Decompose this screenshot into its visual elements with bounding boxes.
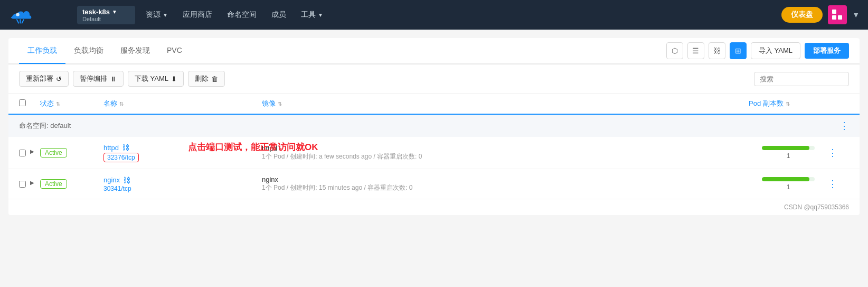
download-yaml-button[interactable]: 下载 YAML ⬇ [128, 71, 184, 87]
top-navigation: tesk-k8s ▼ Default 资源 ▼ 应用商店 命名空间 成员 工具 … [0, 0, 868, 30]
row2-checkbox-cell: ▶ [19, 180, 40, 188]
redeploy-icon: ↺ [56, 75, 62, 83]
nav-item-resources[interactable]: 资源 ▼ [139, 7, 174, 23]
pause-icon: ⏸ [110, 75, 117, 83]
row2-status: Active [40, 179, 103, 189]
row2-actions: ⋮ [828, 178, 849, 190]
row2-image-name: nginx [262, 175, 749, 183]
tab-pvc[interactable]: PVC [158, 39, 191, 64]
row1-pod-count-col: 1 [749, 146, 828, 160]
name-sort-icon: ⇅ [119, 101, 124, 107]
row2-play-button[interactable]: ▶ [30, 180, 39, 188]
header-pod-count[interactable]: Pod 副本数 ⇅ [749, 99, 828, 108]
svg-point-1 [16, 13, 19, 16]
status-sort-icon: ⇅ [56, 101, 60, 107]
table-header: 状态 ⇅ 名称 ⇅ 镜像 ⇅ Pod 副本数 ⇅ [8, 94, 860, 115]
namespace-row: 命名空间: default ⋮ [8, 115, 860, 137]
resources-chevron-icon: ▼ [163, 12, 168, 18]
row1-play-button[interactable]: ▶ [30, 149, 39, 157]
row1-checkbox[interactable] [19, 150, 26, 156]
row1-name-row: httpd ⛓ [103, 143, 262, 152]
tab-workload[interactable]: 工作负载 [19, 39, 65, 64]
row2-port: 30341/tcp [103, 184, 262, 192]
nav-item-members[interactable]: 成员 [265, 7, 293, 23]
nav-item-tools[interactable]: 工具 ▼ [295, 7, 329, 23]
redeploy-button[interactable]: 重新部署 ↺ [19, 71, 69, 87]
status-badge: Active [40, 148, 67, 158]
row2-pod-count-col: 1 [749, 177, 828, 191]
toolbar: 重新部署 ↺ 暂停编排 ⏸ 下载 YAML ⬇ 删除 🗑 [8, 64, 860, 94]
nav-items: 资源 ▼ 应用商店 命名空间 成员 工具 ▼ [139, 7, 781, 23]
row1-port-link[interactable]: 32376/tcp [103, 153, 139, 162]
topology-icon: ⛓ [713, 47, 721, 55]
tabs-right: ⬡ ☰ ⛓ ⊞ 导入 YAML 部署服务 [666, 38, 849, 63]
nav-item-appstore[interactable]: 应用商店 [176, 7, 219, 23]
row2-checkbox[interactable] [19, 181, 26, 188]
nav-right: 仪表盘 ▼ [781, 5, 860, 24]
header-image[interactable]: 镜像 ⇅ [262, 99, 749, 108]
view-list-button[interactable]: ☰ [687, 42, 704, 59]
tab-load-balance[interactable]: 负载均衡 [65, 39, 112, 64]
row2-name-link[interactable]: nginx [103, 176, 120, 184]
delete-icon: 🗑 [211, 75, 218, 83]
toolbar-left: 重新部署 ↺ 暂停编排 ⏸ 下载 YAML ⬇ 删除 🗑 [19, 71, 225, 87]
row1-progress-bar [762, 146, 815, 150]
row1-image-name: httpd [262, 144, 749, 152]
row2-image-col: nginx 1个 Pod / 创建时间: 15 minutes ago / 容器… [262, 175, 749, 192]
tabs-left: 工作负载 负载均衡 服务发现 PVC [19, 39, 191, 63]
table-row: ▶ Active nginx ⛓ 30341/tcp nginx 1个 Pod … [8, 169, 860, 199]
dashboard-button[interactable]: 仪表盘 [781, 7, 823, 23]
sub-tabs: 工作负载 负载均衡 服务发现 PVC ⬡ ☰ ⛓ ⊞ [8, 38, 860, 64]
avatar-chevron-icon[interactable]: ▼ [852, 11, 860, 19]
view-topology-button[interactable]: ⛓ [709, 42, 725, 59]
row2-port-link[interactable]: 30341/tcp [103, 185, 131, 192]
header-status[interactable]: 状态 ⇅ [40, 99, 103, 108]
row2-name-col: nginx ⛓ 30341/tcp [103, 176, 262, 192]
row2-progress-bar [762, 177, 815, 181]
view-table-button[interactable]: ⊞ [730, 42, 747, 59]
status-badge: Active [40, 179, 67, 189]
header-checkbox-cell [19, 99, 40, 108]
footer: CSDN @qq759035366 [8, 199, 860, 215]
cluster-name: tesk-k8s ▼ [82, 8, 117, 16]
row1-status: Active [40, 148, 103, 158]
row2-image-detail: 1个 Pod / 创建时间: 15 minutes ago / 容器重启次数: … [262, 183, 749, 192]
row1-image-detail: 1个 Pod / 创建时间: a few seconds ago / 容器重启次… [262, 152, 749, 161]
avatar-grid-icon [832, 10, 843, 20]
row2-progress-fill [762, 177, 809, 181]
deploy-service-button[interactable]: 部署服务 [805, 43, 849, 59]
row1-progress-fill [762, 146, 809, 150]
row2-more-button[interactable]: ⋮ [828, 179, 837, 189]
pod-sort-icon: ⇅ [786, 101, 790, 107]
logo-area [8, 5, 77, 24]
row1-name-col: httpd ⛓ 32376/tcp [103, 143, 262, 162]
row1-pod-count: 1 [787, 152, 790, 160]
row1-name-link[interactable]: httpd [103, 144, 119, 152]
row2-network-icon: ⛓ [123, 176, 130, 184]
import-yaml-button[interactable]: 导入 YAML [751, 42, 800, 59]
view-cube-button[interactable]: ⬡ [666, 42, 683, 59]
table-icon: ⊞ [735, 47, 741, 55]
nav-item-namespace[interactable]: 命名空间 [221, 7, 263, 23]
header-name[interactable]: 名称 ⇅ [103, 99, 262, 108]
row2-pod-count: 1 [787, 183, 790, 191]
row1-more-button[interactable]: ⋮ [828, 147, 837, 158]
cube-icon: ⬡ [672, 47, 678, 55]
footer-credit: CSDN @qq759035366 [784, 203, 849, 211]
cluster-selector[interactable]: tesk-k8s ▼ Default [77, 6, 135, 24]
main-content: 工作负载 负载均衡 服务发现 PVC ⬡ ☰ ⛓ ⊞ [8, 38, 860, 215]
cluster-chevron-icon: ▼ [112, 9, 117, 15]
image-sort-icon: ⇅ [278, 101, 282, 107]
namespace-more-button[interactable]: ⋮ [839, 120, 849, 132]
search-input[interactable] [754, 72, 849, 86]
tab-service-discovery[interactable]: 服务发现 [112, 39, 158, 64]
row2-name-row: nginx ⛓ [103, 176, 262, 184]
select-all-checkbox[interactable] [19, 99, 26, 106]
row1-checkbox-cell: ▶ [19, 149, 40, 157]
row1-actions: ⋮ [828, 147, 849, 159]
delete-button[interactable]: 删除 🗑 [188, 71, 225, 87]
list-icon: ☰ [692, 47, 699, 55]
table-row: ▶ Active httpd ⛓ 32376/tcp httpd 1个 Pod … [8, 137, 860, 169]
avatar[interactable] [828, 5, 847, 24]
pause-edit-button[interactable]: 暂停编排 ⏸ [73, 71, 124, 87]
